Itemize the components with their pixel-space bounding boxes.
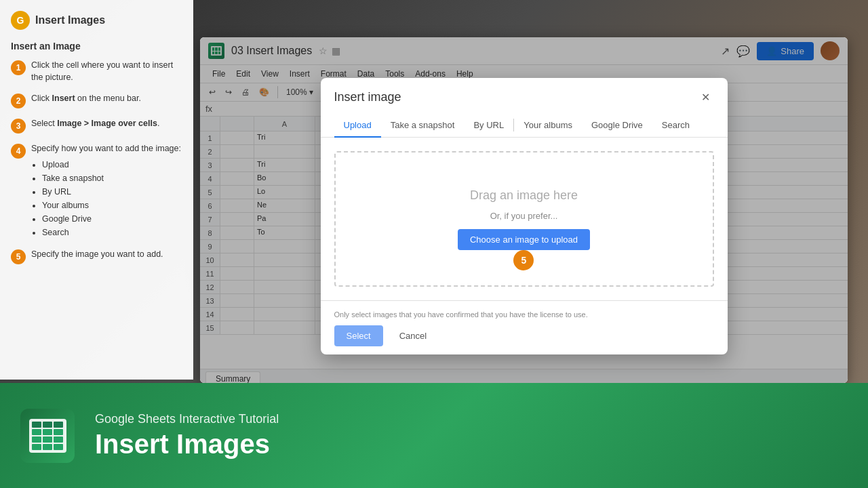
step-5: 5 Specify the image you want to add. xyxy=(11,249,182,264)
step-4-num: 4 xyxy=(11,144,26,159)
step-3: 3 Select Image > Image over cells. xyxy=(11,118,182,134)
choose-image-button[interactable]: Choose an image to upload xyxy=(458,229,590,250)
modal-actions: Select Cancel xyxy=(334,325,714,346)
panel-title: Insert Images xyxy=(35,14,105,26)
tab-url[interactable]: By URL xyxy=(464,113,513,137)
tab-drive[interactable]: Google Drive xyxy=(582,113,652,137)
step-1-num: 1 xyxy=(11,60,26,75)
section-title: Insert an Image xyxy=(11,41,182,52)
step-5-text: Specify the image you want to add. xyxy=(31,249,163,261)
bottom-subtitle: Google Sheets Interactive Tutorial xyxy=(95,412,279,426)
modal-body: Drag an image here Or, if you prefer... … xyxy=(321,138,728,300)
sheets-logo xyxy=(20,409,75,463)
tab-snapshot[interactable]: Take a snapshot xyxy=(381,113,465,137)
tab-upload[interactable]: Upload xyxy=(334,113,381,137)
bottom-text: Google Sheets Interactive Tutorial Inser… xyxy=(95,412,279,459)
step-5-badge: 5 xyxy=(513,250,534,270)
insert-image-modal: Insert image ✕ Upload Take a snapshot By… xyxy=(321,78,728,354)
spreadsheet-window: 03 Insert Images ☆ ▦ ↗ 💬 👤 Share File Ed… xyxy=(200,37,848,383)
select-button[interactable]: Select xyxy=(334,325,383,346)
bullet-snapshot: Take a snapshot xyxy=(42,171,181,185)
panel-header: G Insert Images xyxy=(11,11,182,30)
step-1: 1 Click the cell where you want to inser… xyxy=(11,60,182,83)
modal-footer: Only select images that you have confirm… xyxy=(321,300,728,354)
bullet-upload: Upload xyxy=(42,158,181,171)
drop-or-text: Or, if you prefer... xyxy=(490,211,558,221)
left-panel: G Insert Images Insert an Image 1 Click … xyxy=(0,0,193,380)
bottom-title: Insert Images xyxy=(95,429,279,459)
step-4: 4 Specify how you want to add the image:… xyxy=(11,143,182,239)
step-4-text: Specify how you want to add the image: U… xyxy=(31,143,181,239)
step-2: 2 Click Insert on the menu bar. xyxy=(11,93,182,108)
modal-title: Insert image xyxy=(334,90,401,104)
step-3-num: 3 xyxy=(11,119,26,134)
modal-close-button[interactable]: ✕ xyxy=(698,89,714,105)
cancel-button[interactable]: Cancel xyxy=(390,325,436,346)
tab-search[interactable]: Search xyxy=(652,113,699,137)
license-text: Only select images that you have confirm… xyxy=(334,310,588,319)
bullet-albums: Your albums xyxy=(42,199,181,212)
modal-overlay: Insert image ✕ Upload Take a snapshot By… xyxy=(200,37,848,383)
bullet-search: Search xyxy=(42,226,181,239)
step-5-num: 5 xyxy=(11,249,26,264)
bottom-bar: Google Sheets Interactive Tutorial Inser… xyxy=(0,383,868,488)
sheets-logo-icon xyxy=(29,419,66,453)
tab-albums[interactable]: Your albums xyxy=(514,113,582,137)
modal-tabs: Upload Take a snapshot By URL Your album… xyxy=(321,113,728,138)
upload-btn-wrapper: Choose an image to upload 5 xyxy=(458,229,590,250)
modal-header: Insert image ✕ xyxy=(321,78,728,105)
bullet-url: By URL xyxy=(42,185,181,199)
step-2-text: Click Insert on the menu bar. xyxy=(31,93,141,105)
drop-zone: Drag an image here Or, if you prefer... … xyxy=(334,151,714,287)
drop-text: Drag an image here xyxy=(470,188,578,203)
step-2-num: 2 xyxy=(11,94,26,108)
panel-logo: G xyxy=(11,11,30,30)
step-3-text: Select Image > Image over cells. xyxy=(31,118,159,130)
step-1-text: Click the cell where you want to insert … xyxy=(31,60,182,83)
bullet-drive: Google Drive xyxy=(42,212,181,226)
